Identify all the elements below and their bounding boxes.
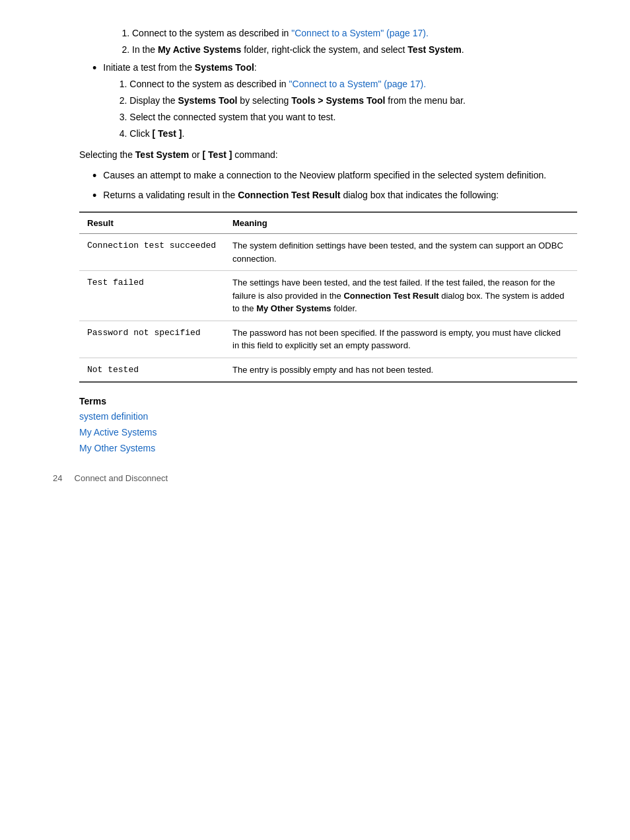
test-button-bold: [ Test ] <box>153 128 182 139</box>
my-other-systems-bold: My Other Systems <box>256 303 331 313</box>
bullet-dot-3: • <box>92 188 96 204</box>
bullet-dot-2: • <box>92 169 96 184</box>
bullet-dot-1: • <box>92 61 96 143</box>
step1-link[interactable]: "Connect to a System" (page 17). <box>291 28 429 38</box>
test-btn-cmd-bold: [ Test ] <box>203 149 232 160</box>
step2-item: In the My Active Systems folder, right-c… <box>132 43 577 57</box>
terms-section: Terms system definition My Active System… <box>79 396 577 456</box>
ctr-bold: Connection Test Result <box>343 291 438 301</box>
meaning-cell-2: The settings have been tested, and the t… <box>225 271 577 321</box>
col-meaning-header: Meaning <box>225 212 577 234</box>
bullet-causes: • Causes an attempt to make a connection… <box>79 169 577 184</box>
term-link-my-other-systems[interactable]: My Other Systems <box>79 441 577 457</box>
systems-tool-bold2: Systems Tool <box>178 95 237 106</box>
step1-prefix: Connect to the system as described in <box>132 28 291 38</box>
footer-section-title: Connect and Disconnect <box>75 473 168 483</box>
select-command-paragraph: Selecting the Test System or [ Test ] co… <box>79 147 577 162</box>
connection-test-result-bold: Connection Test Result <box>238 190 340 200</box>
term-link-my-active-systems[interactable]: My Active Systems <box>79 425 577 441</box>
term-link-system-definition[interactable]: system definition <box>79 409 577 425</box>
sub-step2: Display the Systems Tool by selecting To… <box>129 94 577 108</box>
meaning-cell-1: The system definition settings have been… <box>225 234 577 271</box>
sub-step1-link[interactable]: "Connect to a System" (page 17). <box>289 79 427 89</box>
initiate-text: Initiate a test from the Systems Tool: <box>103 62 256 73</box>
bullet-content-3: Returns a validating result in the Conne… <box>103 188 577 204</box>
returns-text: Returns a validating result in the Conne… <box>103 190 499 200</box>
sub-step4: Click [ Test ]. <box>129 127 577 141</box>
sub-step1-text: Connect to the system as described in <box>129 79 289 89</box>
systems-tool-bold: Systems Tool <box>195 62 254 73</box>
table-row: Test failed The settings have been teste… <box>79 271 577 321</box>
test-system-cmd-bold: Test System <box>135 149 189 160</box>
my-active-systems-bold: My Active Systems <box>158 44 241 55</box>
meaning-cell-3: The password has not been specified. If … <box>225 321 577 358</box>
result-cell-1: Connection test succeeded <box>79 234 225 271</box>
result-table: Result Meaning Connection test succeeded… <box>79 211 577 383</box>
col-result-header: Result <box>79 212 225 234</box>
sub-step1: Connect to the system as described in "C… <box>129 77 577 91</box>
causes-text: Causes an attempt to make a connection t… <box>103 170 546 180</box>
result-cell-3: Password not specified <box>79 321 225 358</box>
bullet-content-2: Causes an attempt to make a connection t… <box>103 169 577 184</box>
table-row: Connection test succeeded The system def… <box>79 234 577 271</box>
page-number: 24 <box>53 473 62 483</box>
bullet-returns: • Returns a validating result in the Con… <box>79 188 577 204</box>
step1-item: Connect to the system as described in "C… <box>132 26 577 40</box>
table-row: Not tested The entry is possibly empty a… <box>79 358 577 382</box>
tools-menu-bold: Tools > Systems Tool <box>291 95 385 106</box>
bullet-content-1: Initiate a test from the Systems Tool: C… <box>103 61 577 143</box>
result-cell-4: Not tested <box>79 358 225 382</box>
meaning-cell-4: The entry is possibly empty and has not … <box>225 358 577 382</box>
test-system-bold: Test System <box>407 44 461 55</box>
terms-title: Terms <box>79 396 577 406</box>
result-cell-2: Test failed <box>79 271 225 321</box>
sub-step3: Select the connected system that you wan… <box>129 110 577 124</box>
bullet-systems-tool: • Initiate a test from the Systems Tool:… <box>79 61 577 143</box>
page-footer: 24 Connect and Disconnect <box>53 473 168 483</box>
table-row: Password not specified The password has … <box>79 321 577 358</box>
sub-steps-list: Connect to the system as described in "C… <box>116 77 577 141</box>
